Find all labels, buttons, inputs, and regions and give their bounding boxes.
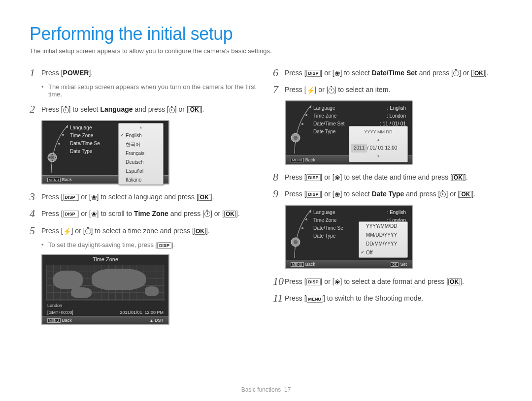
content-columns: 1 Press [POWER]. •The initial setup scre…	[30, 66, 502, 331]
step-3: 3 Press [DISP] or [❀] to select a langua…	[30, 190, 259, 203]
step-10: 10 Press [DISP] or [❀] to select a date …	[273, 275, 502, 288]
ok-icon: OK	[224, 211, 236, 217]
timer-icon	[204, 211, 210, 217]
svg-point-10	[309, 211, 311, 213]
timer-icon	[63, 107, 69, 113]
datetype-dropdown: YYYY/MM/DD MM/DD/YYYY DD/MM/YYYY Off	[359, 221, 408, 258]
step-2: 2 Press [] to select Language and press …	[30, 103, 259, 116]
timer-icon	[169, 107, 175, 113]
disp-icon: DISP	[306, 174, 321, 181]
flower-icon: ❀	[334, 175, 340, 181]
svg-point-12	[301, 227, 303, 229]
flower-icon: ❀	[91, 194, 97, 200]
svg-point-11	[305, 218, 307, 220]
world-map-icon	[46, 265, 165, 301]
left-column: 1 Press [POWER]. •The initial setup scre…	[30, 66, 259, 331]
flower-icon: ❀	[334, 191, 340, 197]
svg-point-14	[294, 240, 298, 244]
ok-icon: OK	[460, 191, 471, 198]
menu-icon: MENU	[306, 296, 324, 303]
timer-icon	[85, 228, 91, 234]
page-footer: Basic functions 17	[0, 386, 532, 393]
svg-point-0	[66, 126, 68, 128]
ok-icon: OK	[473, 70, 485, 77]
disp-icon: DISP	[63, 211, 77, 217]
disp-icon: DISP	[63, 194, 77, 201]
timer-icon	[440, 191, 446, 197]
timer-icon	[453, 70, 459, 76]
language-dropdown: ▴ English 한국어 Français Deutsch Español I…	[118, 123, 164, 185]
svg-point-9	[294, 136, 298, 140]
ok-icon: OK	[448, 278, 460, 285]
step-number: 1	[30, 66, 41, 79]
svg-point-7	[301, 123, 303, 125]
lcd-curve-icon	[44, 124, 70, 176]
datetime-picker: YYYY MM DD ▴ 2011/ 01/ 01 12:00 ▾	[349, 126, 408, 162]
flower-icon: ❀	[334, 279, 340, 285]
ok-icon: OK	[194, 228, 206, 235]
page-subtitle: The initial setup screen appears to allo…	[30, 47, 502, 55]
step-1: 1 Press [POWER].	[30, 66, 259, 79]
step-4: 4 Press [DISP] or [❀] to scroll to Time …	[30, 207, 259, 220]
step-9: 9 Press [DISP] or [❀] to select Date Typ…	[273, 187, 502, 200]
step-5-note: •To set the daylight-saving time, press …	[41, 241, 259, 249]
page-title: Performing the initial setup	[30, 24, 502, 44]
step-11: 11 Press [MENU] to switch to the Shootin…	[273, 292, 502, 305]
step-6: 6 Press [DISP] or [❀] to select Date/Tim…	[273, 66, 502, 79]
lcd-timezone-screen: Time Zone London [GMT+00:00] 2011/01/01 …	[41, 254, 169, 325]
svg-point-4	[50, 155, 54, 159]
svg-point-2	[58, 143, 60, 145]
ok-icon: OK	[452, 174, 464, 181]
flash-icon: ⚡	[306, 88, 315, 93]
lcd-datetype-screen: Language: English Time Zone: London Date…	[285, 205, 413, 269]
step-1-note: •The initial setup screen appears when y…	[41, 83, 259, 98]
disp-icon: DISP	[306, 278, 321, 285]
svg-point-1	[62, 134, 64, 136]
disp-icon: DISP	[306, 70, 321, 77]
svg-point-5	[309, 106, 311, 108]
disp-icon: DISP	[157, 242, 171, 249]
flower-icon: ❀	[334, 70, 340, 76]
lcd-curve-icon	[288, 209, 313, 261]
right-column: 6 Press [DISP] or [❀] to select Date/Tim…	[273, 66, 502, 331]
power-label: POWER	[63, 69, 89, 77]
flower-icon: ❀	[91, 211, 97, 217]
lcd-language-screen: Language Time Zone Date/Time Se Date Typ…	[41, 120, 169, 185]
lcd-curve-icon	[288, 104, 313, 156]
timer-icon	[329, 88, 334, 93]
svg-point-6	[305, 114, 307, 116]
disp-icon: DISP	[306, 191, 321, 198]
flash-icon: ⚡	[63, 228, 71, 234]
step-7: 7 Press [⚡] or [] to select an item.	[273, 83, 502, 96]
step-8: 8 Press [DISP] or [❀] to set the date an…	[273, 171, 502, 184]
step-5: 5 Press [⚡] or [] to select a time zone …	[30, 224, 259, 237]
ok-icon: OK	[199, 194, 210, 201]
ok-icon: OK	[189, 106, 200, 113]
lcd-datetime-screen: Language: English Time Zone: London Date…	[285, 100, 413, 165]
